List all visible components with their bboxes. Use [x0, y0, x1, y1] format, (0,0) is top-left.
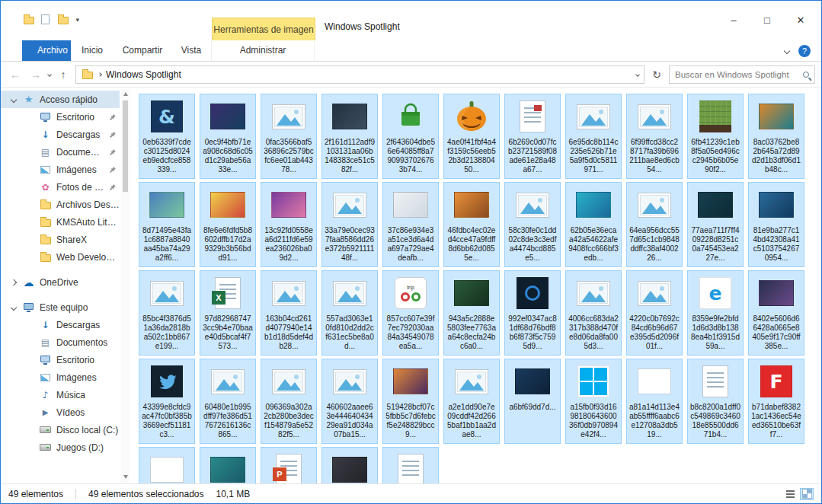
- file-item[interactable]: [321, 447, 378, 483]
- search-input[interactable]: Buscar en Windows Spotlight: [669, 65, 815, 84]
- file-item[interactable]: a6bf69dd7d...: [504, 359, 561, 444]
- breadcrumb[interactable]: Windows Spotlight: [106, 69, 181, 80]
- sidebar-item-im-genes[interactable]: Imágenes: [1, 368, 120, 386]
- thumbnails-view-button[interactable]: [800, 488, 814, 500]
- file-item[interactable]: 2f161d112adf9103131aa06b148383ce51c582f.…: [321, 94, 378, 179]
- file-item[interactable]: 0fac3566baf536896c2579bcfc6ee01ab44378..…: [261, 94, 317, 179]
- file-item[interactable]: &0eb6339f7cdec30125d8024eb9edcfce858339.…: [139, 94, 195, 179]
- file-item[interactable]: [139, 447, 195, 483]
- file-item[interactable]: [382, 447, 439, 483]
- chevron-down-icon[interactable]: [11, 304, 17, 310]
- file-item[interactable]: 519428bcf07c5fbb5c7d6febcf5e248829bcc9..…: [382, 359, 439, 444]
- file-item[interactable]: trip857cc607e39f7ec792030aa84a34549078ea…: [382, 270, 439, 356]
- close-button[interactable]: ✕: [791, 14, 811, 26]
- sidebar-item-escritorio[interactable]: Escritorio: [1, 351, 120, 368]
- file-item[interactable]: 81e9ba277c14bd42308a41c51037542670954...: [748, 182, 804, 267]
- address-dropdown-icon[interactable]: [635, 72, 640, 77]
- file-item[interactable]: 557ad3063e10fd810d2dd2cf631ec5be8a0d...: [321, 270, 378, 356]
- file-item[interactable]: e8359e9fe2bfd1d6d3d8b1388ea4b1f3915d59a.…: [687, 270, 744, 356]
- scroll-down-icon[interactable]: [123, 475, 128, 479]
- sidebar-item-web-developer-n[interactable]: Web Developer N: [1, 248, 120, 266]
- sidebar-scrollbar[interactable]: [121, 89, 130, 482]
- file-item[interactable]: 4220c0b7692c84cd6b96d67e395d5d2096f01f..…: [626, 270, 683, 356]
- file-item[interactable]: P: [261, 447, 317, 483]
- forward-button[interactable]: →: [27, 69, 44, 81]
- file-item[interactable]: 096369a302a2cb280be3decf154879a5e5282f5.…: [261, 359, 317, 444]
- file-item[interactable]: 6e95dc8b114c235e526b71e5a9f5d0c5811971..…: [565, 94, 622, 179]
- file-item[interactable]: a81a14d113e4ab55ffff6aabc6e12708a3db519.…: [626, 359, 683, 444]
- file-item[interactable]: 4006cc683da2317b388d470fe8d06da8fa005d3.…: [565, 270, 622, 356]
- file-item[interactable]: a15fb0f93d169818064360036f0db970894e42f4…: [565, 359, 622, 444]
- file-item[interactable]: [200, 447, 256, 483]
- file-item[interactable]: 6fb41239c1eb8f5a05ed496cc2945b6b05e90f2.…: [687, 94, 744, 179]
- file-item[interactable]: 2f643604dbe56e64085ff8a7909937026763b74.…: [382, 94, 439, 179]
- sidebar-item-documentos[interactable]: ▤Documentos: [1, 143, 120, 161]
- file-item[interactable]: 8fe6e6fdfd5b8602dffb17d2a9329b3b56bdd91.…: [200, 182, 256, 267]
- tab-inicio[interactable]: Inicio: [71, 40, 114, 61]
- tab-compartir[interactable]: Compartir: [114, 40, 171, 61]
- chevron-right-icon[interactable]: [11, 279, 17, 285]
- file-item[interactable]: 37c86e934e3a51ce3d6a4da697a729ae4deafb..…: [382, 182, 439, 267]
- search-icon[interactable]: [803, 72, 809, 78]
- address-bar[interactable]: Windows Spotlight: [75, 65, 644, 84]
- tab-archivo[interactable]: Archivo: [22, 40, 71, 61]
- sidebar-item-this-pc[interactable]: Este equipo: [1, 298, 120, 316]
- refresh-button[interactable]: ↻: [648, 69, 665, 81]
- help-button[interactable]: ?: [798, 45, 811, 57]
- scrollbar-thumb[interactable]: [123, 100, 128, 192]
- file-item[interactable]: 46fdbc4ec02ed4cce47a9fdff8d6bb62d0855e..…: [443, 182, 500, 267]
- file-item[interactable]: 163b04cd261d4077940e14b1d18d5def4db28...: [261, 270, 317, 356]
- sidebar-item-kmsauto-lite-po[interactable]: KMSAuto Lite Po: [1, 213, 120, 231]
- minimize-button[interactable]: –: [724, 14, 744, 26]
- file-item[interactable]: X97d829687473cc9b4e70baae40d5bcaf4f7573.…: [200, 270, 256, 356]
- sidebar-item-documentos[interactable]: ▤Documentos: [1, 333, 120, 351]
- sidebar-item-escritorio[interactable]: Escritorio: [1, 108, 120, 126]
- maximize-button[interactable]: □: [757, 14, 777, 26]
- customize-toolbar-icon[interactable]: ▾: [75, 16, 79, 24]
- sidebar-item-sharex[interactable]: ShareX: [1, 231, 120, 248]
- sidebar-item-disco-local-c-[interactable]: Disco local (C:): [1, 421, 120, 439]
- sidebar-item-v-deos[interactable]: ▶Vídeos: [1, 404, 120, 421]
- file-item[interactable]: 13c92fd0558ea6d211fd6e59ea236026ba09d2..…: [261, 182, 317, 267]
- sidebar-item-juegos-d-[interactable]: Juegos (D:): [1, 439, 120, 456]
- tab-administrar[interactable]: Administrar: [211, 40, 315, 61]
- breadcrumb-chevron-icon[interactable]: [98, 72, 102, 77]
- back-button[interactable]: ←: [7, 69, 24, 81]
- file-item[interactable]: 62b05e36ecaa42a54622afe9408fcc666bf3edb.…: [565, 182, 622, 267]
- file-item[interactable]: 943a5c2888e5803fee7763aa64c8ecfa24bc6a0.…: [443, 270, 500, 356]
- sidebar-item-m-sica[interactable]: ♪Música: [1, 386, 120, 404]
- file-item[interactable]: 8402e5606d66428a0665e8405e9f17c90ff385e.…: [748, 270, 804, 356]
- file-item[interactable]: 6f99ffcd38cc28717fa39b696211bae8ed6cb54.…: [626, 94, 683, 179]
- sidebar-item-descargas[interactable]: ↓Descargas: [1, 126, 120, 143]
- sidebar-item-im-genes[interactable]: Imágenes: [1, 161, 120, 178]
- properties-button[interactable]: ✓: [41, 13, 51, 26]
- file-item[interactable]: 4ae0f41fbf4a4f3159c56eeb52b3d213880450..…: [443, 94, 500, 179]
- up-button[interactable]: ↑: [55, 69, 72, 81]
- new-folder-button[interactable]: [58, 17, 69, 24]
- file-item[interactable]: 33a79e0cec937faa8586dd26e372b592111148f.…: [321, 182, 378, 267]
- sidebar-item-quick-access[interactable]: ★Acceso rápido: [1, 91, 120, 108]
- sidebar-item-fotos-de-iclo[interactable]: ✿Fotos de iClo: [1, 178, 120, 196]
- file-item[interactable]: 8d71495e43fa1c6887a8840aa45ba74a29a2ff6.…: [139, 182, 195, 267]
- file-item[interactable]: 58c30fe0c1dd02c8de3c3edfa4474bcd885e5...: [504, 182, 561, 267]
- details-view-button[interactable]: [783, 488, 797, 500]
- file-item[interactable]: 60480e1b995dff97fe386d517672616136c865..…: [200, 359, 256, 444]
- file-item[interactable]: 460602aaee63e44464043429ea91d034a07ba15.…: [321, 359, 378, 444]
- file-item[interactable]: b8c8200a1dff0c549869c346018e85500dd671b4…: [687, 359, 744, 444]
- sidebar-item-onedrive[interactable]: ☁OneDrive: [1, 273, 120, 291]
- file-item[interactable]: 85bc4f3876d51a36da2818ba502c1bb867e199..…: [139, 270, 195, 356]
- file-item[interactable]: 43399e8cfdc9ac47fc0bf385b3669ecf51181c3.…: [139, 359, 195, 444]
- file-item[interactable]: 8ac03762be82b645a72d89d2d1b3df06d1b48c..…: [748, 94, 804, 179]
- file-item[interactable]: Fb71dabef83821ac1436ec54eed36510be63ff7.…: [748, 359, 804, 444]
- expand-ribbon-icon[interactable]: [784, 47, 790, 53]
- file-item[interactable]: 0ec9f4bfb71ea908c68d6c05d1c29abe56a33e..…: [200, 94, 256, 179]
- tab-vista[interactable]: Vista: [171, 40, 211, 61]
- chevron-down-icon[interactable]: [11, 96, 17, 102]
- file-item[interactable]: 77aea711f7ff409228d8251c0a745453ea227e..…: [687, 182, 744, 267]
- scrollbar-track[interactable]: [121, 99, 130, 472]
- sidebar-item-descargas[interactable]: ↓Descargas: [1, 316, 120, 333]
- scroll-up-icon[interactable]: [123, 92, 128, 96]
- recent-locations-icon[interactable]: [47, 72, 52, 77]
- sidebar-item-archivos-descarg[interactable]: Archivos Descarg: [1, 196, 120, 213]
- file-item[interactable]: 64ea956dcc557d65c1cb9848ddffc38af400226.…: [626, 182, 683, 267]
